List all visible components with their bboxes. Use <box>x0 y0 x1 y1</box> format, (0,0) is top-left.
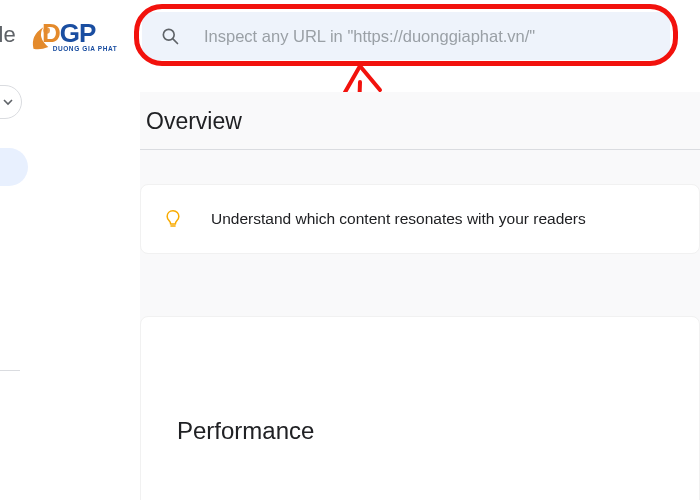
sidebar-item-overview-selected[interactable] <box>0 148 28 186</box>
logo-letter-g: G <box>60 18 79 48</box>
divider <box>140 149 700 150</box>
chevron-down-icon <box>3 97 13 107</box>
performance-heading: Performance <box>141 317 699 445</box>
url-inspect-searchbar[interactable] <box>142 12 670 60</box>
swoosh-icon <box>28 24 62 52</box>
insight-card[interactable]: Understand which content resonates with … <box>140 184 700 254</box>
main-content: Overview Understand which content resona… <box>140 92 700 500</box>
dgp-logo-watermark: DGP DUONG GIA PHAT <box>42 18 128 56</box>
url-inspect-input[interactable] <box>204 27 652 46</box>
svg-line-2 <box>173 39 178 44</box>
lightbulb-icon <box>163 209 183 229</box>
svg-point-0 <box>43 27 50 34</box>
insight-card-text: Understand which content resonates with … <box>211 210 586 228</box>
logo-letter-p: P <box>79 18 95 48</box>
sidebar-divider <box>0 370 20 371</box>
logo-letter-d: D <box>42 18 60 48</box>
overview-heading: Overview <box>140 92 700 149</box>
property-selector-dropdown[interactable] <box>0 85 22 119</box>
logo-tagline: DUONG GIA PHAT <box>42 45 128 52</box>
search-icon <box>160 26 180 46</box>
performance-card: Performance <box>140 316 700 500</box>
app-title-fragment: onsole <box>0 22 16 48</box>
